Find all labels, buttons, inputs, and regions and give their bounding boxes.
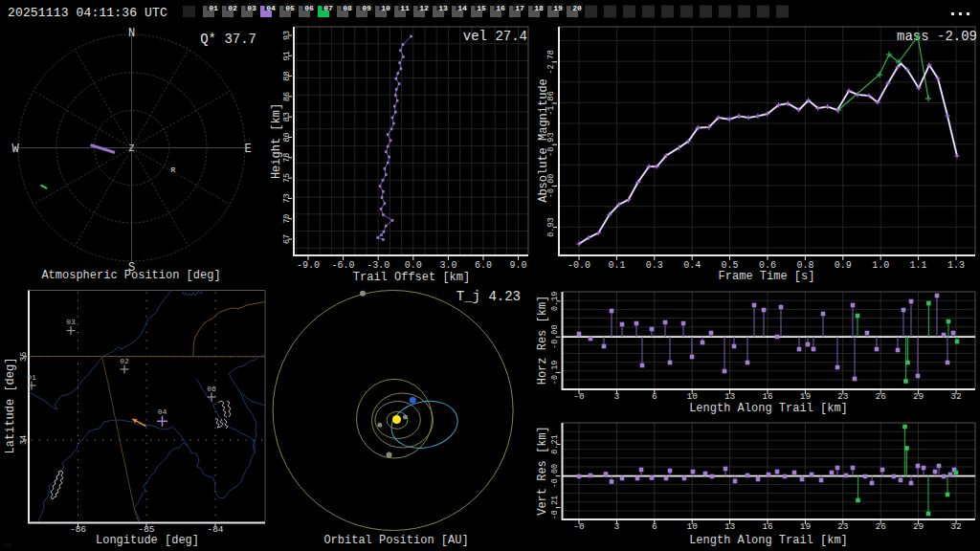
svg-text:07: 07 bbox=[323, 4, 333, 12]
svg-text:-0: -0 bbox=[573, 391, 585, 402]
svg-text:1.1: 1.1 bbox=[910, 260, 927, 271]
svg-text:35: 35 bbox=[19, 352, 29, 362]
svg-text:vel 27.4: vel 27.4 bbox=[463, 29, 527, 44]
svg-text:88: 88 bbox=[282, 71, 292, 80]
svg-text:-0.0: -0.0 bbox=[568, 260, 590, 271]
svg-text:-0.19: -0.19 bbox=[550, 361, 560, 386]
svg-text:26: 26 bbox=[875, 521, 886, 532]
svg-text:03: 03 bbox=[66, 318, 76, 326]
svg-text:93: 93 bbox=[282, 31, 292, 40]
svg-text:03: 03 bbox=[247, 4, 256, 12]
svg-text:6.0: 6.0 bbox=[475, 260, 492, 271]
svg-text:67: 67 bbox=[282, 234, 292, 244]
svg-text:01: 01 bbox=[27, 373, 36, 382]
svg-text:13: 13 bbox=[724, 391, 736, 402]
svg-text:10: 10 bbox=[381, 4, 390, 12]
svg-text:78: 78 bbox=[282, 153, 292, 163]
svg-text:19: 19 bbox=[800, 521, 812, 532]
svg-text:91: 91 bbox=[282, 51, 292, 60]
svg-text:6: 6 bbox=[652, 391, 657, 402]
svg-text:08: 08 bbox=[343, 4, 352, 12]
svg-text:09: 09 bbox=[362, 4, 371, 12]
svg-text:N: N bbox=[128, 27, 135, 40]
svg-text:26: 26 bbox=[875, 391, 886, 402]
svg-text:Latitude [deg]: Latitude [deg] bbox=[4, 358, 17, 454]
svg-text:-0.00: -0.00 bbox=[550, 464, 560, 489]
svg-text:83: 83 bbox=[282, 112, 292, 121]
svg-text:rjw: rjw bbox=[3, 542, 11, 548]
svg-text:29: 29 bbox=[913, 391, 924, 402]
svg-text:05: 05 bbox=[285, 4, 295, 12]
svg-text:16: 16 bbox=[762, 391, 773, 402]
svg-text:29: 29 bbox=[913, 521, 924, 532]
svg-text:-6.0: -6.0 bbox=[332, 260, 355, 271]
svg-text:19: 19 bbox=[553, 4, 563, 12]
svg-text:9.0: 9.0 bbox=[510, 260, 527, 271]
svg-text:17: 17 bbox=[515, 4, 524, 12]
svg-text:70: 70 bbox=[282, 214, 292, 224]
svg-text:Q* 37.7: Q* 37.7 bbox=[200, 32, 256, 47]
svg-text:80: 80 bbox=[282, 132, 292, 142]
svg-text:3.0: 3.0 bbox=[439, 260, 457, 271]
svg-text:20: 20 bbox=[572, 4, 582, 12]
svg-text:73: 73 bbox=[282, 193, 292, 203]
svg-text:32: 32 bbox=[950, 391, 962, 402]
svg-text:E: E bbox=[244, 143, 251, 156]
svg-text:10: 10 bbox=[686, 521, 698, 532]
svg-text:11: 11 bbox=[400, 4, 410, 12]
svg-text:Absolute Magnitude: Absolute Magnitude bbox=[537, 78, 550, 203]
svg-text:15: 15 bbox=[477, 4, 486, 12]
svg-text:0.1: 0.1 bbox=[608, 260, 625, 271]
svg-text:Longitude [deg]: Longitude [deg] bbox=[96, 534, 199, 547]
svg-text:04: 04 bbox=[266, 4, 276, 12]
svg-text:-3.0: -3.0 bbox=[367, 260, 390, 271]
svg-text:-0: -0 bbox=[573, 521, 585, 532]
svg-text:Atmospheric Position [deg]: Atmospheric Position [deg] bbox=[41, 269, 220, 282]
svg-text:32: 32 bbox=[950, 521, 962, 532]
svg-text:-9.0: -9.0 bbox=[297, 260, 320, 271]
svg-text:Height [km]: Height [km] bbox=[270, 103, 283, 179]
svg-text:23: 23 bbox=[837, 391, 849, 402]
svg-text:Length Along Trail [km]: Length Along Trail [km] bbox=[689, 534, 848, 547]
svg-text:3: 3 bbox=[614, 391, 620, 402]
svg-text:18: 18 bbox=[534, 4, 544, 12]
svg-text:W: W bbox=[11, 143, 19, 156]
svg-text:01: 01 bbox=[209, 4, 218, 12]
svg-text:12: 12 bbox=[419, 4, 429, 12]
svg-text:16: 16 bbox=[762, 521, 773, 532]
svg-text:06: 06 bbox=[304, 4, 314, 12]
svg-text:0.93: 0.93 bbox=[546, 217, 556, 236]
svg-text:14: 14 bbox=[457, 4, 467, 12]
svg-text:Orbital Position [AU]: Orbital Position [AU] bbox=[323, 534, 468, 547]
svg-text:23: 23 bbox=[837, 521, 849, 532]
svg-text:T_j 4.23: T_j 4.23 bbox=[457, 289, 521, 304]
svg-text:6: 6 bbox=[652, 521, 657, 532]
svg-text:1.0: 1.0 bbox=[872, 260, 889, 271]
svg-text:13: 13 bbox=[724, 521, 736, 532]
svg-text:-84: -84 bbox=[207, 524, 223, 535]
svg-text:75: 75 bbox=[282, 173, 292, 183]
svg-text:0.21: 0.21 bbox=[550, 434, 560, 453]
svg-text:02: 02 bbox=[120, 357, 129, 365]
svg-text:10: 10 bbox=[686, 391, 698, 402]
svg-text:Frame Time [s]: Frame Time [s] bbox=[719, 270, 815, 283]
svg-text:16: 16 bbox=[496, 4, 505, 12]
svg-text:mass -2.09: mass -2.09 bbox=[897, 29, 977, 44]
svg-text:04: 04 bbox=[158, 408, 167, 416]
svg-text:Vert Res [km]: Vert Res [km] bbox=[536, 426, 549, 516]
svg-text:Length Along Trail [km]: Length Along Trail [km] bbox=[689, 402, 848, 415]
svg-text:0.3: 0.3 bbox=[646, 260, 663, 271]
svg-text:-2.78: -2.78 bbox=[546, 50, 556, 75]
svg-text:-0.00: -0.00 bbox=[550, 324, 560, 349]
svg-text:Trail Offset [km]: Trail Offset [km] bbox=[353, 271, 470, 284]
svg-text:13: 13 bbox=[438, 4, 448, 12]
svg-text:0.19: 0.19 bbox=[550, 292, 560, 311]
svg-text:Z: Z bbox=[128, 143, 134, 154]
svg-text:86: 86 bbox=[282, 92, 292, 101]
svg-text:02: 02 bbox=[228, 4, 237, 12]
svg-text:0.0: 0.0 bbox=[405, 260, 422, 271]
svg-text:0.4: 0.4 bbox=[683, 260, 701, 271]
svg-text:34: 34 bbox=[19, 435, 29, 445]
svg-text:Horz Res [km]: Horz Res [km] bbox=[536, 296, 549, 386]
svg-text:20251113 04:11:36 UTC: 20251113 04:11:36 UTC bbox=[8, 6, 167, 20]
